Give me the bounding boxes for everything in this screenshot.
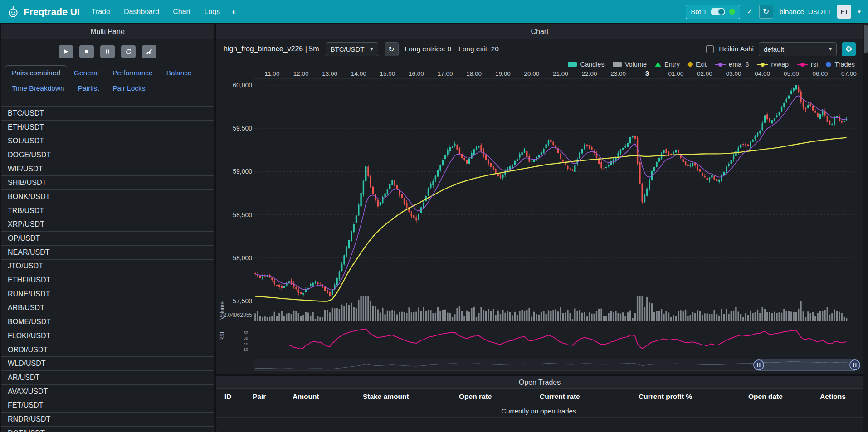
pair-row-wif[interactable]: WIF/USDT [1,162,214,176]
multi-pane-panel: Multi Pane Pairs combinedGeneralPerforma… [1,24,214,432]
heikin-ashi-checkbox[interactable] [706,45,714,53]
svg-text:60: 60 [244,336,248,340]
datazoom-handle[interactable] [754,360,764,370]
theme-toggle-icon[interactable]: ◐ [232,7,237,17]
tab-balance[interactable]: Balance [160,65,199,81]
strategy-label: high_frog_binance_v226 | 5m [224,45,319,53]
stop-icon [83,49,90,55]
bot-selector[interactable]: Bot 1 [686,5,740,19]
chart-header: Chart [216,24,863,39]
bot-control-toolbar [1,45,214,58]
pair-row-ar[interactable]: AR/USDT [1,371,214,385]
pause-button[interactable] [100,45,115,58]
svg-text:20:00: 20:00 [524,70,540,77]
chart-controls-right: Heikin Ashi default ▾ ⚙ [706,42,856,56]
pair-row-jto[interactable]: JTO/USDT [1,260,214,274]
pair-row-bome[interactable]: BOME/USDT [1,315,214,329]
pair-row-xrp[interactable]: XRP/USDT [1,218,214,232]
svg-text:58,000: 58,000 [233,254,252,262]
tab-pairs-combined[interactable]: Pairs combined [5,65,67,81]
refresh-chart-button[interactable]: ↻ [385,42,399,56]
column-header-amount: Amount [293,393,363,401]
confirm-check-icon: ✓ [746,7,752,16]
svg-text:16:00: 16:00 [409,70,424,77]
svg-text:05:00: 05:00 [784,70,799,77]
navbar-right: Bot 1 ✓ ↻ binance_USDT1 FT ▾ [686,5,861,19]
legend-item-ema_8[interactable]: ema_8 [715,61,749,68]
pair-row-eth[interactable]: ETH/USDT [1,121,214,135]
bot-toggle-knob [718,9,724,15]
reload-bot-button[interactable] [121,45,136,58]
scrollbar-thumb[interactable] [864,25,868,53]
bot-toggle[interactable] [711,8,725,15]
svg-text:40: 40 [244,342,248,346]
pause-icon [104,49,111,55]
price-chart[interactable]: 11:0012:0013:0014:0015:0016:0017:0018:00… [216,70,863,374]
legend-item-entry[interactable]: Entry [655,61,680,68]
pair-row-near[interactable]: NEAR/USDT [1,246,214,260]
pair-row-avax[interactable]: AVAX/USDT [1,385,214,399]
svg-text:03:00: 03:00 [726,70,741,77]
pair-row-wld[interactable]: WLD/USDT [1,357,214,371]
legend-item-rsi[interactable]: rsi [797,61,818,68]
pair-list: BTC/USDTETH/USDTSOL/USDTDOGE/USDTWIF/USD… [1,106,214,432]
user-avatar[interactable]: FT [837,5,851,19]
column-header-open-date: Open date [748,393,820,401]
pair-row-fet[interactable]: FET/USDT [1,398,214,413]
legend-item-rvwap[interactable]: rvwap [757,61,789,68]
svg-text:59,500: 59,500 [233,125,252,132]
user-menu-caret-icon[interactable]: ▾ [858,8,861,15]
tab-pairlist[interactable]: Pairlist [71,81,106,96]
column-header-id: ID [224,393,253,401]
tab-pair-locks[interactable]: Pair Locks [106,81,152,96]
svg-text:22:00: 22:00 [582,70,597,77]
heikin-ashi-label: Heikin Ashi [719,45,754,53]
legend-item-exit[interactable]: Exit [688,61,707,68]
main-content: Multi Pane Pairs combinedGeneralPerforma… [1,24,863,432]
pair-row-floki[interactable]: FLOKI/USDT [1,329,214,343]
pair-row-rune[interactable]: RUNE/USDT [1,287,214,301]
tab-performance[interactable]: Performance [106,65,160,81]
nav-link-chart[interactable]: Chart [173,8,190,16]
pair-row-ordi[interactable]: ORDI/USDT [1,343,214,357]
pair-row-rndr[interactable]: RNDR/USDT [1,413,214,427]
pair-row-bonk[interactable]: BONK/USDT [1,190,214,204]
pair-row-btc[interactable]: BTC/USDT [1,107,214,121]
nav-link-trade[interactable]: Trade [92,8,110,16]
stop-button[interactable] [79,45,94,58]
legend-item-trades[interactable]: Trades [826,61,855,68]
tab-time-breakdown[interactable]: Time Breakdown [5,81,71,96]
pair-row-trb[interactable]: TRB/USDT [1,204,214,218]
pair-row-dot[interactable]: DOT/USDT [1,427,214,432]
svg-text:13:00: 13:00 [322,70,337,77]
pair-row-shib[interactable]: SHIB/USDT [1,176,214,190]
pair-row-doge[interactable]: DOGE/USDT [1,148,214,162]
datazoom-handle[interactable] [850,360,860,370]
pair-row-sol[interactable]: SOL/USDT [1,134,214,148]
legend-item-volume[interactable]: Volume [613,61,647,68]
pair-row-op[interactable]: OP/USDT [1,232,214,246]
svg-text:57,500: 57,500 [233,297,252,305]
reload-data-button[interactable]: ↻ [759,5,773,19]
svg-text:3: 3 [645,70,649,77]
svg-text:2.04862855: 2.04862855 [224,312,253,318]
play-button[interactable] [59,45,73,58]
tab-general[interactable]: General [67,65,106,81]
nav-link-logs[interactable]: Logs [204,8,220,16]
svg-text:60,000: 60,000 [233,82,252,89]
plot-config-select[interactable]: default ▾ [759,42,837,56]
column-header-open-rate: Open rate [459,393,540,401]
pair-row-ethfi[interactable]: ETHFI/USDT [1,273,214,287]
brand-title: Freqtrade UI [24,6,80,17]
nav-links: TradeDashboardChartLogs [92,8,220,16]
chart-title: Chart [531,28,548,36]
column-header-pair: Pair [253,393,293,401]
cancel-chart-button[interactable] [142,45,156,58]
nav-link-dashboard[interactable]: Dashboard [124,8,159,16]
svg-text:RSI: RSI [219,332,225,341]
pair-select[interactable]: BTC/USDT ▾ [326,42,378,56]
legend-item-candles[interactable]: Candles [568,61,604,68]
pair-row-arb[interactable]: ARB/USDT [1,301,214,316]
page-scrollbar[interactable] [863,23,868,432]
plot-settings-button[interactable]: ⚙ [842,42,856,56]
